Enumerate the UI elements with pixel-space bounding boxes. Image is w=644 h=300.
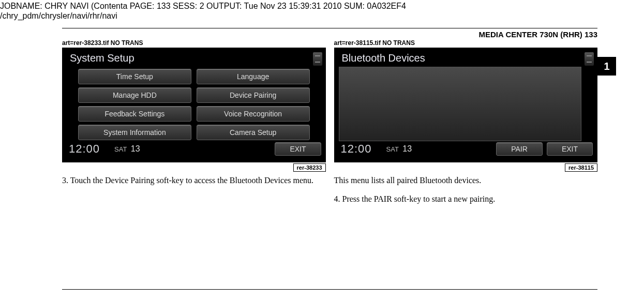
caption-right-1: This menu lists all paired Bluetooth dev…	[334, 175, 598, 186]
system-setup-screen: System Setup Time Setup Language Manage …	[62, 48, 326, 162]
clock: 12:00	[63, 142, 100, 156]
section-tab: 1	[597, 57, 616, 76]
caption-right-2: 4. Press the PAIR soft-key to start a ne…	[334, 193, 598, 205]
language-button[interactable]: Language	[197, 69, 310, 84]
job-header-line1: JOBNAME: CHRY NAVI (Contenta PAGE: 133 S…	[0, 1, 406, 11]
scrollbar-icon[interactable]	[313, 52, 322, 66]
manage-hdd-button[interactable]: Manage HDD	[78, 87, 191, 103]
date-num: 13	[400, 144, 412, 153]
rer-tag-left: rer-38233	[293, 163, 326, 172]
header-rule	[62, 28, 597, 28]
date: SAT 13	[372, 144, 412, 154]
date-day: SAT	[386, 145, 399, 153]
feedback-settings-button[interactable]: Feedback Settings	[78, 106, 191, 122]
time-setup-button[interactable]: Time Setup	[78, 69, 191, 84]
exit-button[interactable]: EXIT	[547, 142, 593, 156]
exit-button[interactable]: EXIT	[275, 142, 321, 156]
bluetooth-devices-screen: Bluetooth Devices 12:00 SAT 13 PAIR EXIT	[334, 48, 598, 162]
content-row: art=rer-38233.tif NO TRANS System Setup …	[62, 39, 597, 204]
date-num: 13	[129, 144, 140, 153]
camera-setup-button[interactable]: Camera Setup	[197, 125, 310, 140]
clock: 12:00	[335, 142, 372, 156]
system-information-button[interactable]: System Information	[78, 125, 191, 140]
screen-title: System Setup	[70, 52, 134, 64]
device-pairing-button[interactable]: Device Pairing	[197, 87, 310, 103]
screen-title: Bluetooth Devices	[342, 52, 425, 64]
left-column: art=rer-38233.tif NO TRANS System Setup …	[62, 39, 326, 204]
art-label-right: art=rer-38115.tif NO TRANS	[334, 39, 598, 47]
bluetooth-device-list[interactable]	[339, 67, 582, 141]
date-day: SAT	[114, 145, 127, 153]
job-header-line2: /chry_pdm/chrysler/navi/rhr/navi	[0, 11, 406, 21]
pair-button[interactable]: PAIR	[496, 142, 543, 156]
caption-left: 3. Touch the Device Pairing soft-key to …	[62, 175, 326, 186]
status-bar: 12:00 SAT 13 EXIT	[63, 142, 325, 156]
footer-rule	[62, 289, 597, 290]
rer-tag-right: rer-38115	[565, 163, 597, 172]
art-label-left: art=rer-38233.tif NO TRANS	[62, 39, 326, 47]
screen-wrap-right: Bluetooth Devices 12:00 SAT 13 PAIR EXIT…	[334, 48, 598, 171]
job-header: JOBNAME: CHRY NAVI (Contenta PAGE: 133 S…	[0, 0, 406, 21]
right-column: art=rer-38115.tif NO TRANS Bluetooth Dev…	[334, 39, 598, 204]
page-header-right: MEDIA CENTER 730N (RHR) 133	[479, 30, 598, 39]
status-bar: 12:00 SAT 13 PAIR EXIT	[335, 142, 597, 156]
voice-recognition-button[interactable]: Voice Recognition	[197, 106, 310, 122]
date: SAT 13	[100, 144, 140, 154]
screen-wrap-left: System Setup Time Setup Language Manage …	[62, 48, 326, 171]
button-grid: Time Setup Language Manage HDD Device Pa…	[78, 69, 310, 140]
scrollbar-icon[interactable]	[585, 52, 594, 66]
